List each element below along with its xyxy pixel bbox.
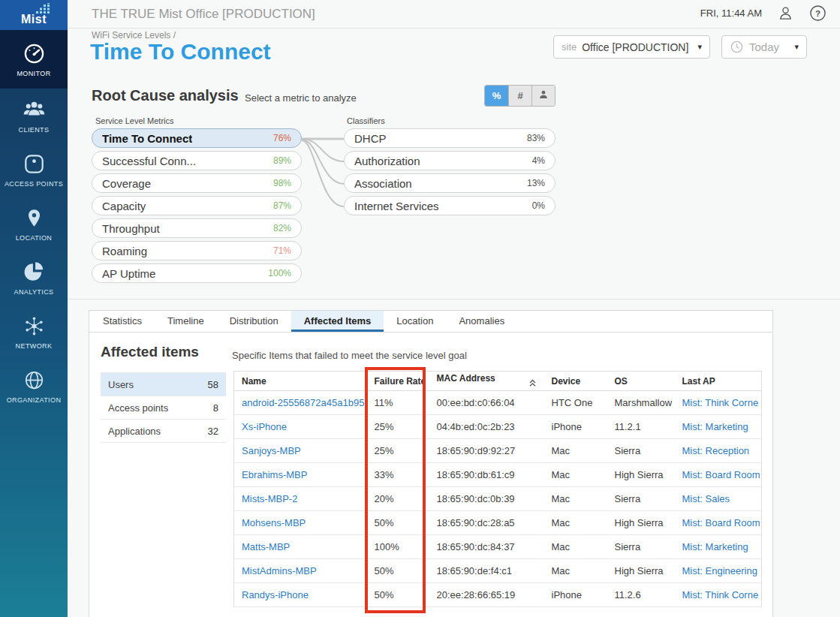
classifiers-column-label: Classifiers <box>347 116 385 125</box>
last-ap-link[interactable]: Mist: Sales <box>682 493 730 504</box>
svg-text:?: ? <box>815 9 820 18</box>
tab-location[interactable]: Location <box>384 311 446 332</box>
mac-address-cell: 20:ee:28:66:65:19 <box>429 583 544 607</box>
metric-pill-roaming[interactable]: Roaming71% <box>92 241 302 260</box>
sidebar-item-analytics[interactable]: ANALYTICS <box>0 251 68 305</box>
column-header-failure-rate[interactable]: Failure Rate <box>367 372 429 391</box>
device-name-link-container: android-25556872a45a1b95 <box>234 391 367 415</box>
metric-pill-name: Coverage <box>102 177 151 190</box>
table-row: Xs-iPhone25%04:4b:ed:0c:2b:23iPhone11.2.… <box>234 415 762 439</box>
device-name-link-container: Mists-MBP-2 <box>234 487 367 511</box>
metric-pill-time-to-connect[interactable]: Time To Connect76% <box>92 128 302 148</box>
last-ap-link[interactable]: Mist: Think Corne <box>682 397 759 408</box>
last-ap-link[interactable]: Mist: Marketing <box>682 541 748 552</box>
os-cell: High Sierra <box>607 463 675 487</box>
classifier-pill-dhcp[interactable]: DHCP83% <box>344 128 555 148</box>
affected-category-list: Users58Access points8Applications32 <box>101 372 226 443</box>
column-header-mac-address[interactable]: MAC Address <box>429 372 544 391</box>
device-name-link[interactable]: Sanjoys-MBP <box>242 445 301 456</box>
device-name-link[interactable]: Mists-MBP-2 <box>242 493 297 504</box>
device-name-link[interactable]: Matts-MBP <box>242 541 290 552</box>
category-applications[interactable]: Applications32 <box>101 420 226 443</box>
column-header-last-ap[interactable]: Last AP <box>675 372 762 391</box>
metric-pill-coverage[interactable]: Coverage98% <box>92 173 302 193</box>
tab-statistics[interactable]: Statistics <box>90 311 155 332</box>
user-account-icon[interactable] <box>777 5 794 22</box>
last-ap-link[interactable]: Mist: Board Room <box>682 469 760 480</box>
last-ap-link-container: Mist: Engineering <box>675 559 762 583</box>
last-ap-link-container: Mist: Marketing <box>675 415 762 439</box>
column-header-device[interactable]: Device <box>544 372 607 391</box>
site-selector[interactable]: site Office [PRODUCTION] ▾ <box>553 35 710 59</box>
category-users[interactable]: Users58 <box>101 373 226 396</box>
mac-address-cell: 18:65:90:db:61:c9 <box>429 463 544 487</box>
sort-ascending-icon <box>528 378 537 390</box>
chevron-down-icon: ▾ <box>794 42 799 52</box>
sidebar-item-location[interactable]: LOCATION <box>0 197 68 251</box>
os-cell: 11.2.1 <box>607 415 675 439</box>
chevron-down-icon: ▾ <box>697 42 702 52</box>
unit-toggle-count-button[interactable]: # <box>508 86 531 106</box>
datetime-label: FRI, 11:44 AM <box>700 8 762 19</box>
classifier-pill-authorization[interactable]: Authorization4% <box>344 151 555 170</box>
device-name-link[interactable]: MistAdmins-MBP <box>242 565 317 576</box>
os-cell: Marshmallow <box>607 391 675 415</box>
column-header-name[interactable]: Name <box>234 372 367 391</box>
os-cell: 11.2.6 <box>607 583 675 607</box>
metric-pill-throughput[interactable]: Throughput82% <box>92 218 302 238</box>
classifier-pill-internet-services[interactable]: Internet Services0% <box>344 196 555 215</box>
page-title: Time To Connect <box>90 39 271 65</box>
last-ap-link[interactable]: Mist: Board Room <box>682 517 760 528</box>
device-name-link[interactable]: Randys-iPhone <box>242 589 309 600</box>
tab-timeline[interactable]: Timeline <box>155 311 217 332</box>
device-name-link[interactable]: Mohsens-MBP <box>242 517 306 528</box>
last-ap-link[interactable]: Mist: Engineering <box>682 565 757 576</box>
category-count: 8 <box>213 402 218 414</box>
sidebar-item-access-points[interactable]: ACCESS POINTS <box>0 143 68 197</box>
last-ap-link-container: Mist: Board Room <box>675 463 762 487</box>
metric-pill-name: Throughput <box>102 222 160 235</box>
classifier-pill-name: Authorization <box>354 155 420 167</box>
column-header-label: Last AP <box>682 376 715 387</box>
sidebar-item-clients[interactable]: CLIENTS <box>0 89 68 143</box>
classifier-pill-name: Association <box>354 177 412 190</box>
category-access-points[interactable]: Access points8 <box>101 396 226 420</box>
affected-items-title: Affected items <box>101 344 199 360</box>
metric-pill-ap-uptime[interactable]: AP Uptime100% <box>92 263 302 283</box>
device-name-link[interactable]: Ebrahims-MBP <box>242 469 307 480</box>
last-ap-link[interactable]: Mist: Reception <box>682 445 750 456</box>
sidebar-item-network[interactable]: NETWORK <box>0 305 68 359</box>
metric-pill-value: 76% <box>273 133 291 143</box>
device-name-link[interactable]: android-25556872a45a1b95 <box>242 397 364 408</box>
root-cause-title: Root Cause analysis <box>92 87 239 104</box>
org-title: THE TRUE Mist Office [PRODUCTION] <box>92 7 315 22</box>
table-row: Mists-MBP-220%18:65:90:dc:0b:39MacSierra… <box>234 487 762 511</box>
device-type-cell: Mac <box>544 535 607 559</box>
metric-pill-successful-conn[interactable]: Successful Conn...89% <box>92 151 302 170</box>
tab-anomalies[interactable]: Anomalies <box>446 311 517 332</box>
tab-distribution[interactable]: Distribution <box>217 311 291 332</box>
last-ap-link-container: Mist: Think Corne <box>675 583 762 607</box>
last-ap-link[interactable]: Mist: Marketing <box>682 421 748 432</box>
last-ap-link-container: Mist: Think Corne <box>675 391 762 415</box>
device-name-link[interactable]: Xs-iPhone <box>242 421 287 432</box>
unit-toggle-user-button[interactable] <box>531 86 555 106</box>
table-header-row: NameFailure RateMAC AddressDeviceOSLast … <box>234 372 762 391</box>
table-row: android-25556872a45a1b9511%00:ee:bd:c0:6… <box>234 391 762 415</box>
unit-toggle-percent-button[interactable]: % <box>485 86 508 106</box>
metric-pill-capacity[interactable]: Capacity87% <box>92 196 302 215</box>
time-range-selector[interactable]: Today ▾ <box>721 35 807 59</box>
last-ap-link[interactable]: Mist: Think Corne <box>682 589 759 600</box>
classifier-pill-association[interactable]: Association13% <box>344 173 555 193</box>
help-icon[interactable]: ? <box>809 5 826 22</box>
root-cause-subtitle: Select a metric to analyze <box>245 92 357 104</box>
device-name-link-container: Sanjoys-MBP <box>234 439 367 463</box>
sidebar-item-monitor[interactable]: MONITOR <box>0 30 68 89</box>
category-label: Access points <box>108 402 168 414</box>
metric-pill-name: AP Uptime <box>102 267 155 280</box>
tab-affected-items[interactable]: Affected Items <box>291 311 384 332</box>
mist-logo[interactable]: Mist <box>0 0 68 30</box>
pie-chart-icon <box>23 260 45 284</box>
sidebar-item-organization[interactable]: ORGANIZATION <box>0 359 68 413</box>
column-header-os[interactable]: OS <box>607 372 675 391</box>
